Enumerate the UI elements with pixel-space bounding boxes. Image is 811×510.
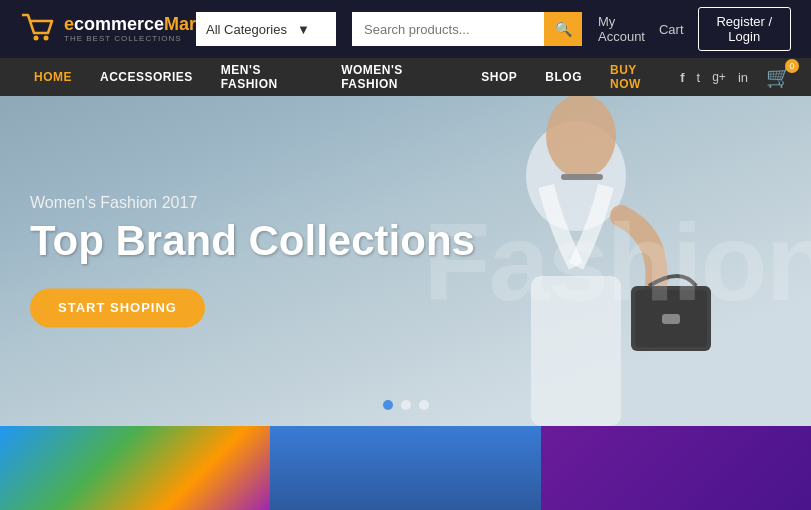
hero-title: Top Brand Collections: [30, 218, 475, 264]
logo-e: e: [64, 14, 74, 34]
search-bar: 🔍: [352, 12, 582, 46]
category-label: All Categories: [206, 22, 287, 37]
nav-links: HOME ACCESSORIES MEN'S FASHION WOMEN'S F…: [20, 58, 680, 96]
facebook-icon[interactable]: f: [680, 70, 684, 85]
nav-buy-now[interactable]: BUY NOW: [596, 58, 680, 96]
bottom-card-2[interactable]: [270, 426, 540, 510]
social-icons: f t g+ in 🛒 0: [680, 65, 791, 89]
register-login-button[interactable]: Register / Login: [698, 7, 791, 51]
svg-point-0: [34, 35, 39, 40]
chevron-down-icon: ▼: [297, 22, 310, 37]
logo: ecommerceMarket THE BEST COLLECTIONS: [20, 11, 180, 48]
carousel-dot-2[interactable]: [401, 400, 411, 410]
hero-bg-fashion-text: Fashion: [423, 198, 811, 325]
logo-commerce: commerce: [74, 14, 164, 34]
bottom-card-3[interactable]: [541, 426, 811, 510]
category-dropdown[interactable]: All Categories ▼: [196, 12, 336, 46]
linkedin-icon[interactable]: in: [738, 70, 748, 85]
carousel-dot-3[interactable]: [419, 400, 429, 410]
googleplus-icon[interactable]: g+: [712, 70, 726, 84]
svg-point-4: [546, 96, 616, 178]
hero-subtitle: Women's Fashion 2017: [30, 194, 475, 212]
nav-shop[interactable]: SHOP: [467, 58, 531, 96]
svg-point-1: [44, 35, 49, 40]
top-bar: ecommerceMarket THE BEST COLLECTIONS All…: [0, 0, 811, 58]
cart-button[interactable]: 🛒 0: [766, 65, 791, 89]
bottom-card-1[interactable]: [0, 426, 270, 510]
nav-blog[interactable]: BLOG: [531, 58, 596, 96]
nav-accessories[interactable]: ACCESSORIES: [86, 58, 207, 96]
search-icon: 🔍: [555, 21, 572, 37]
svg-rect-5: [561, 174, 603, 180]
bottom-cards: [0, 426, 811, 510]
cart-link[interactable]: Cart: [659, 22, 684, 37]
nav-mens-fashion[interactable]: MEN'S FASHION: [207, 58, 327, 96]
carousel-dot-1[interactable]: [383, 400, 393, 410]
nav-womens-fashion[interactable]: WOMEN'S FASHION: [327, 58, 467, 96]
cart-count-badge: 0: [785, 59, 799, 73]
twitter-icon[interactable]: t: [697, 70, 701, 85]
hero-section: Fashion Women's Fashion 2017 Top Brand C…: [0, 96, 811, 426]
hero-content: Women's Fashion 2017 Top Brand Collectio…: [30, 194, 475, 327]
cart-logo-icon: [20, 11, 56, 48]
my-account-link[interactable]: My Account: [598, 14, 645, 44]
top-right-links: My Account Cart Register / Login: [598, 7, 791, 51]
nav-home[interactable]: HOME: [20, 58, 86, 96]
hero-carousel-dots: [383, 400, 429, 410]
nav-bar: HOME ACCESSORIES MEN'S FASHION WOMEN'S F…: [0, 58, 811, 96]
search-button[interactable]: 🔍: [544, 12, 582, 46]
hero-cta-button[interactable]: START SHOPING: [30, 289, 205, 328]
search-input[interactable]: [352, 12, 544, 46]
